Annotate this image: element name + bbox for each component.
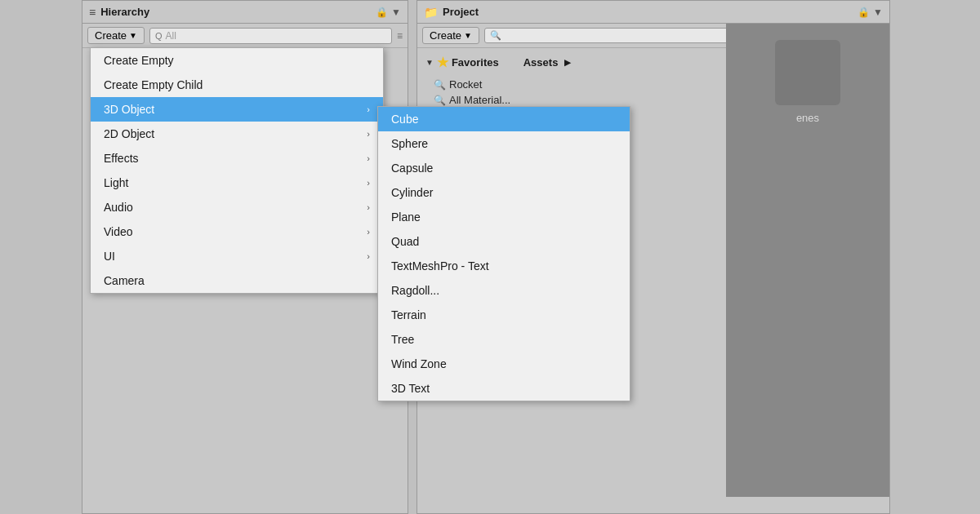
project-menu-icon: ▼ (873, 7, 883, 18)
3d-text-label: 3D Text (391, 382, 430, 395)
assets-header: Assets ▶ (515, 53, 580, 72)
menu-item-ui[interactable]: UI › (91, 244, 383, 268)
project-create-label: Create (430, 29, 461, 42)
favorites-header: ▼ ★ Favorites (425, 55, 499, 70)
audio-arrow-icon: › (367, 202, 370, 212)
submenu-item-wind-zone[interactable]: Wind Zone (378, 352, 630, 376)
hierarchy-header-icons: 🔒 ▼ (376, 7, 401, 18)
folder-icon: 📁 (424, 6, 438, 19)
menu-item-audio[interactable]: Audio › (91, 195, 383, 219)
ui-label: UI (104, 250, 115, 263)
2d-object-label: 2D Object (104, 127, 154, 140)
camera-label: Camera (104, 274, 145, 287)
ragdoll-label: Ragdoll... (391, 284, 439, 297)
submenu-item-plane[interactable]: Plane (378, 205, 630, 229)
2d-object-arrow-icon: › (367, 129, 370, 139)
assets-triangle-icon: ▶ (564, 58, 571, 67)
light-label: Light (104, 176, 128, 189)
submenu-item-capsule[interactable]: Capsule (378, 156, 630, 180)
menu-item-effects[interactable]: Effects › (91, 146, 383, 171)
video-label: Video (104, 225, 133, 238)
create-label: Create (95, 29, 127, 42)
video-arrow-icon: › (367, 227, 370, 237)
hierarchy-header: ≡ Hierarchy 🔒 ▼ (82, 1, 408, 24)
quad-label: Quad (391, 235, 419, 248)
light-arrow-icon: › (367, 178, 370, 188)
3d-object-label: 3D Object (104, 103, 154, 116)
create-empty-child-label: Create Empty Child (104, 78, 203, 91)
project-header: 📁 Project 🔒 ▼ (417, 1, 889, 24)
materials-search-icon: 🔍 (434, 95, 446, 106)
triangle-down-icon: ▼ (425, 58, 434, 67)
menu-item-2d-object[interactable]: 2D Object › (91, 122, 383, 146)
submenu-item-sphere[interactable]: Sphere (378, 131, 630, 156)
submenu-item-tree[interactable]: Tree (378, 327, 630, 352)
all-materials-label: All Material... (449, 94, 510, 106)
create-arrow-icon: ▼ (129, 31, 137, 40)
menu-item-3d-object[interactable]: 3D Object › (91, 97, 383, 122)
project-search-icon: 🔍 (490, 30, 501, 41)
create-menu-dropdown: Create Empty Create Empty Child 3D Objec… (90, 47, 384, 294)
tree-label: Tree (391, 333, 414, 346)
hamburger-icon: ≡ (89, 6, 96, 19)
cylinder-label: Cylinder (391, 186, 433, 199)
terrain-label: Terrain (391, 308, 426, 321)
asset-thumbnail (775, 40, 840, 105)
favorites-label: Favorites (452, 56, 499, 69)
cube-label: Cube (391, 113, 418, 126)
effects-label: Effects (104, 152, 139, 165)
wind-zone-label: Wind Zone (391, 357, 447, 370)
submenu-item-ragdoll[interactable]: Ragdoll... (378, 278, 630, 303)
scenes-label: enes (796, 112, 819, 124)
menu-item-camera[interactable]: Camera (91, 268, 383, 293)
menu-icon: ▼ (391, 7, 401, 18)
lock-icon: 🔒 (376, 7, 388, 18)
menu-item-light[interactable]: Light › (91, 171, 383, 195)
scroll-icon: ≡ (397, 30, 403, 42)
hierarchy-toolbar: Create ▼ Q All ≡ (82, 24, 408, 48)
textmeshpro-label: TextMeshPro - Text (391, 259, 489, 273)
audio-label: Audio (104, 201, 133, 214)
star-icon: ★ (437, 55, 448, 70)
rocket-label: Rocket (449, 78, 482, 91)
submenu-item-textmeshpro[interactable]: TextMeshPro - Text (378, 254, 630, 278)
3d-object-submenu: Cube Sphere Capsule Cylinder Plane Quad … (377, 106, 630, 401)
search-icon: Q (155, 31, 163, 41)
submenu-item-3d-text[interactable]: 3D Text (378, 376, 630, 401)
project-header-icons: 🔒 ▼ (858, 7, 883, 18)
capsule-label: Capsule (391, 162, 433, 175)
submenu-item-quad[interactable]: Quad (378, 229, 630, 254)
menu-item-create-empty[interactable]: Create Empty (91, 48, 383, 73)
hierarchy-search-box[interactable]: Q All (149, 28, 392, 44)
search-placeholder: All (166, 30, 176, 42)
sphere-label: Sphere (391, 137, 428, 150)
assets-label: Assets (523, 56, 559, 69)
project-create-button[interactable]: Create ▼ (422, 27, 479, 44)
menu-item-video[interactable]: Video › (91, 219, 383, 244)
menu-item-create-empty-child[interactable]: Create Empty Child (91, 73, 383, 97)
submenu-item-cylinder[interactable]: Cylinder (378, 180, 630, 205)
hierarchy-title: Hierarchy (100, 6, 371, 18)
plane-label: Plane (391, 210, 421, 224)
project-create-arrow: ▼ (464, 31, 472, 40)
effects-arrow-icon: › (367, 153, 370, 163)
submenu-item-cube[interactable]: Cube (378, 107, 630, 131)
3d-object-arrow-icon: › (367, 104, 370, 114)
rocket-search-icon: 🔍 (434, 79, 446, 91)
hierarchy-create-button[interactable]: Create ▼ (87, 27, 145, 44)
ui-arrow-icon: › (367, 251, 370, 261)
project-lock-icon: 🔒 (858, 7, 870, 18)
create-empty-label: Create Empty (104, 54, 174, 67)
submenu-item-terrain[interactable]: Terrain (378, 303, 630, 327)
project-title: Project (443, 6, 853, 18)
